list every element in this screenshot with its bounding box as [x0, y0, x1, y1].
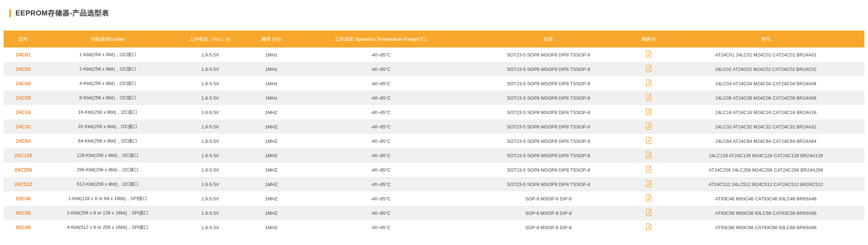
voltage-cell: 1.8-5.5V	[172, 134, 248, 148]
voltage-cell: 1.8-5.5V	[172, 119, 248, 134]
pdf-file-icon[interactable]	[646, 194, 652, 202]
model-cell: 93C66	[4, 220, 43, 235]
model-link[interactable]: 24C08	[16, 95, 31, 101]
model-cell: 24C32	[4, 119, 43, 134]
temperature-cell: -40~85°C	[295, 206, 467, 220]
package-cell: SOT23-5 SOP8 MSOP8 DIP8 TSSOP-8	[467, 177, 630, 191]
model-cell: 24C128	[4, 148, 43, 163]
voltage-cell: 1.8-5.5V	[172, 177, 248, 191]
model-link[interactable]: 24C16	[16, 109, 31, 115]
package-cell: SOT23-5 SOP8 MSOP8 DIP8 TSSOP-8	[467, 105, 630, 119]
voltage-cell: 1.8-5.5V	[172, 76, 248, 91]
pdf-file-icon[interactable]	[646, 223, 652, 231]
package-cell: SOT23-5 SOP8 MSOP8 DIP8 TSSOP-8	[467, 91, 630, 105]
model-link[interactable]: 24C512	[15, 181, 32, 187]
datasheet-cell	[630, 62, 667, 76]
title-accent-bar	[9, 9, 11, 17]
description-cell: 512-Kbit(256 x 8bit)，I2C接口	[43, 177, 172, 191]
temperature-cell: -40~85°C	[295, 191, 467, 206]
temperature-cell: -40~85°C	[295, 76, 467, 91]
table-row: 24C04 4-Kbit(256 x 8bit)，I2C接口 1.8-5.5V …	[4, 76, 864, 91]
pdf-file-icon[interactable]	[646, 108, 652, 115]
pdf-file-icon[interactable]	[646, 165, 652, 173]
replacement-cell: AT93C66 M93C66 CAT93C66 93LC66 BR93A66	[667, 220, 864, 235]
model-link[interactable]: 24C32	[16, 124, 31, 130]
table-row: 93C46 1-Kbit(128 x 8 or 64 x 16bit)，SPI接…	[4, 191, 864, 206]
model-cell: 24C08	[4, 91, 43, 105]
frequency-cell: 1MHz	[248, 62, 294, 76]
description-cell: 8-Kbit(256 x 8bit)，I2C接口	[43, 91, 172, 105]
frequency-cell: 1MHZ	[248, 105, 294, 119]
frequency-cell: 1MHZ	[248, 163, 294, 177]
datasheet-cell	[630, 47, 667, 62]
table-row: 24C16 16-Kbit(256 x 8bit)，I2C接口 1.8-5.5V…	[4, 105, 864, 119]
temperature-cell: -40~85°C	[295, 148, 467, 163]
datasheet-cell	[630, 163, 667, 177]
frequency-cell: 1MHz	[248, 91, 294, 105]
package-cell: SOT23-5 SOP8 MSOP8 DIP8 TSSOP-8	[467, 62, 630, 76]
pdf-file-icon[interactable]	[646, 209, 652, 216]
model-link[interactable]: 93C46	[16, 196, 31, 201]
model-cell: 24C01	[4, 47, 43, 62]
frequency-cell: 1MHz	[248, 76, 294, 91]
column-header-replacement: 替代	[667, 31, 864, 47]
description-cell: 2-Kbit(256 x 8 or 128 x 16bit)，SPI接口	[43, 206, 172, 220]
description-cell: 1-Kbit(128 x 8 or 64 x 16bit)，SPI接口	[43, 191, 172, 206]
pdf-file-icon[interactable]	[646, 137, 652, 144]
pdf-file-icon[interactable]	[646, 122, 652, 130]
column-header-datasheet: 规格书	[630, 31, 667, 47]
pdf-file-icon[interactable]	[646, 151, 652, 159]
model-link[interactable]: 24C128	[15, 153, 32, 158]
table-row: 24C64 64-Kbit(256 x 8bit)，I2C接口 1.8-5.5V…	[4, 134, 864, 148]
datasheet-cell	[630, 76, 667, 91]
model-link[interactable]: 93C56	[16, 210, 31, 216]
model-link[interactable]: 24C02	[16, 66, 31, 72]
description-cell: 16-Kbit(256 x 8bit)，I2C接口	[43, 105, 172, 119]
voltage-cell: 1.8-5.5V	[172, 91, 248, 105]
voltage-cell: 1.8-5.5V	[172, 62, 248, 76]
model-link[interactable]: 24C64	[16, 138, 31, 144]
package-cell: SOT23-5 SOP8 MSOP8 DIP8 TSSOP-8	[467, 148, 630, 163]
description-cell: 4-Kbit(256 x 8bit)，I2C接口	[43, 76, 172, 91]
voltage-cell: 1.8-5.5V	[172, 163, 248, 177]
package-cell: SOT23-5 SOP8 MSOP8 DIP8 TSSOP-8	[467, 76, 630, 91]
table-row: 24C02 2-Kbit(256 x 8bit)，I2C接口 1.8-5.5V …	[4, 62, 864, 76]
voltage-cell: 1.8-5.5V	[172, 105, 248, 119]
temperature-cell: -40~85°C	[295, 220, 467, 235]
model-link[interactable]: 24C256	[15, 167, 32, 173]
replacement-cell: 24LC04 AT24C04 M24C04 CAT24C04 BR24A04	[667, 76, 864, 91]
datasheet-cell	[630, 220, 667, 235]
frequency-cell: 1MHZ	[248, 119, 294, 134]
temperature-cell: -40~85°C	[295, 134, 467, 148]
replacement-cell: AT24C01 24LC01 M24C01 CAT24C01 BR24A01	[667, 47, 864, 62]
model-link[interactable]: 24C01	[16, 52, 31, 58]
package-cell: SOT23-5 SOP8 MSOP8 DIP8 TSSOP-8	[467, 163, 630, 177]
replacement-cell: AT24C256 24LC256 M24C256 CAT24C256 BR24A…	[667, 163, 864, 177]
datasheet-cell	[630, 177, 667, 191]
table-row: 24C32 32-Kbit(256 x 8bit)，I2C接口 1.8-5.5V…	[4, 119, 864, 134]
package-cell: SOP-8 MSOP-8 DIP-8	[467, 206, 630, 220]
pdf-file-icon[interactable]	[646, 180, 652, 187]
product-selection-table: 型号 功能描述Explain 工作电压（Vcc）(v) 频率 (Hz) 工作温度…	[4, 31, 864, 235]
pdf-file-icon[interactable]	[646, 50, 652, 58]
pdf-file-icon[interactable]	[646, 79, 652, 87]
table-row: 24C128 128-Kbit(256 x 8bit)，I2C接口 1.8-5.…	[4, 148, 864, 163]
column-header-voltage: 工作电压（Vcc）(v)	[172, 31, 248, 47]
temperature-cell: -40~85°C	[295, 62, 467, 76]
package-cell: SOP-8 MSOP-8 DIP-8	[467, 191, 630, 206]
model-link[interactable]: 93C66	[16, 224, 31, 230]
pdf-file-icon[interactable]	[646, 65, 652, 72]
model-cell: 93C56	[4, 206, 43, 220]
table-row: 93C66 4-Kbit(512 x 8 or 256 x 16bit)，SPI…	[4, 220, 864, 235]
page-title: EEPROM存储器-产品选型表	[15, 8, 109, 18]
pdf-file-icon[interactable]	[646, 94, 652, 101]
page-header: EEPROM存储器-产品选型表	[0, 0, 868, 17]
datasheet-cell	[630, 148, 667, 163]
model-cell: 24C04	[4, 76, 43, 91]
model-cell: 24C02	[4, 62, 43, 76]
model-link[interactable]: 24C04	[16, 81, 31, 86]
model-cell: 24C16	[4, 105, 43, 119]
datasheet-cell	[630, 134, 667, 148]
description-cell: 256-Kbit(256 x 8bit)，I2C接口	[43, 163, 172, 177]
replacement-cell: AT93C56 M93C56 93LC56 CAT93C56 BR93A56	[667, 206, 864, 220]
